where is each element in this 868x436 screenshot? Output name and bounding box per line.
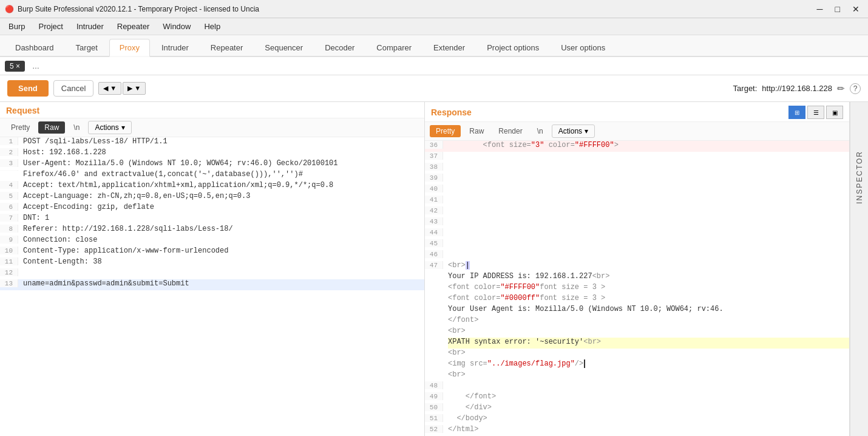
- app-icon: 🔴: [5, 5, 14, 13]
- table-row: 2 Host: 192.168.1.228: [0, 148, 424, 159]
- window-title: Burp Suite Professional v2020.12.1 - Tem…: [18, 5, 259, 13]
- table-row: XPATH syntax error: '~security'<br>: [448, 338, 849, 349]
- response-tab-raw[interactable]: Raw: [463, 125, 490, 137]
- view-btn-vertical[interactable]: ▣: [826, 106, 843, 119]
- nav-arrows: ◀ ▼ ▶ ▼: [98, 82, 146, 95]
- menubar: Burp Project Intruder Repeater Window He…: [0, 18, 868, 35]
- request-tab-n[interactable]: \n: [67, 121, 86, 134]
- cancel-button[interactable]: Cancel: [53, 80, 93, 97]
- table-row: <br>: [448, 349, 849, 359]
- table-row: 13 uname=admin&passwd=admin&submit=Submi…: [0, 279, 424, 290]
- actions-chevron-icon: ▾: [121, 123, 125, 132]
- request-panel-title: Request: [0, 102, 424, 118]
- tab-project-options[interactable]: Project options: [476, 39, 549, 56]
- tab-repeater[interactable]: Repeater: [200, 39, 253, 56]
- table-row: 3 User-Agent: Mozilla/5.0 (Windows NT 10…: [0, 159, 424, 170]
- table-row: 38: [425, 163, 849, 174]
- table-row: <br>|: [448, 261, 849, 272]
- view-buttons: ⊞ ☰ ▣: [788, 106, 843, 119]
- response-tab-n[interactable]: \n: [531, 125, 549, 137]
- table-row: 39: [425, 174, 849, 185]
- response-code-area[interactable]: 36 <font size="3" color="#FFFF00"> 37 38…: [425, 141, 849, 436]
- table-row: 52 </html>: [425, 425, 849, 436]
- tab-proxy[interactable]: Proxy: [109, 39, 150, 57]
- table-row: 8 Referer: http://192.168.1.228/sqli-lab…: [0, 225, 424, 236]
- maximize-button[interactable]: □: [832, 3, 844, 15]
- menu-burp[interactable]: Burp: [2, 20, 31, 33]
- titlebar: 🔴 Burp Suite Professional v2020.12.1 - T…: [0, 0, 868, 18]
- table-row: 48: [425, 381, 849, 392]
- subtab-more[interactable]: …: [27, 61, 44, 72]
- menu-help[interactable]: Help: [198, 20, 226, 33]
- tab-comparer[interactable]: Comparer: [366, 39, 422, 56]
- tab-dashboard[interactable]: Dashboard: [5, 39, 64, 56]
- table-row: <font color="#FFFF00" font size = 3 >: [448, 283, 849, 294]
- request-panel: Request Pretty Raw \n Actions ▾ 1 POST /…: [0, 102, 425, 436]
- table-row: Firefox/46.0' and extractvalue(1,concat(…: [0, 170, 424, 181]
- table-row: Your User Agent is: Mozilla/5.0 (Windows…: [448, 305, 849, 316]
- table-row: 36 <font size="3" color="#FFFF00">: [425, 141, 849, 152]
- inspector-panel[interactable]: INSPECTOR: [850, 102, 868, 436]
- tab-sequencer[interactable]: Sequencer: [254, 39, 313, 56]
- sub-tabs: 5 × …: [0, 57, 868, 75]
- toolbar: Send Cancel ◀ ▼ ▶ ▼ Target: http://192.1…: [0, 75, 868, 102]
- tab-user-options[interactable]: User options: [551, 39, 615, 56]
- main-content: Request Pretty Raw \n Actions ▾ 1 POST /…: [0, 102, 868, 436]
- response-tab-render[interactable]: Render: [492, 125, 528, 137]
- table-row: 6 Accept-Encoding: gzip, deflate: [0, 203, 424, 214]
- table-row: 7 DNT: 1: [0, 214, 424, 225]
- title-left: 🔴 Burp Suite Professional v2020.12.1 - T…: [5, 5, 259, 13]
- nav-tabs: Dashboard Target Proxy Intruder Repeater…: [0, 35, 868, 57]
- next-button[interactable]: ▶ ▼: [123, 82, 146, 95]
- view-btn-horizontal[interactable]: ☰: [807, 106, 824, 119]
- table-row: Your IP ADDRESS is: 192.168.1.227<br>: [448, 272, 849, 283]
- table-row: 41: [425, 196, 849, 206]
- request-actions-button[interactable]: Actions ▾: [88, 121, 131, 134]
- table-row: 11 Content-Length: 38: [0, 257, 424, 268]
- table-row: 42: [425, 206, 849, 217]
- table-row: <br>: [448, 327, 849, 338]
- window-controls[interactable]: ─ □ ✕: [813, 3, 863, 15]
- table-row: 51 </body>: [425, 414, 849, 425]
- response-block-47: 47 <br>| Your IP ADDRESS is: 192.168.1.2…: [425, 261, 849, 381]
- response-actions-button[interactable]: Actions ▾: [552, 124, 595, 138]
- table-row: 40: [425, 185, 849, 196]
- table-row: 49 </font>: [425, 392, 849, 403]
- target-info: Target: http://192.168.1.228 ✏ ?: [733, 83, 861, 94]
- edit-target-icon[interactable]: ✏: [837, 83, 845, 94]
- menu-repeater[interactable]: Repeater: [111, 20, 155, 33]
- table-row: 43: [425, 217, 849, 228]
- response-actions-chevron-icon: ▾: [585, 127, 588, 135]
- tab-extender[interactable]: Extender: [423, 39, 475, 56]
- send-button[interactable]: Send: [7, 80, 49, 97]
- minimize-button[interactable]: ─: [813, 3, 827, 15]
- request-code-area[interactable]: 1 POST /sqli-labs/Less-18/ HTTP/1.1 2 Ho…: [0, 137, 424, 436]
- menu-project[interactable]: Project: [32, 20, 69, 33]
- table-row: <font color="#0000ff" font size = 3 >: [448, 294, 849, 305]
- table-row: 37: [425, 152, 849, 163]
- subtab-5[interactable]: 5 ×: [5, 61, 25, 72]
- request-toolbar: Pretty Raw \n Actions ▾: [0, 118, 424, 137]
- table-row: 10 Content-Type: application/x-www-form-…: [0, 247, 424, 257]
- menu-intruder[interactable]: Intruder: [70, 20, 110, 33]
- request-tab-raw[interactable]: Raw: [38, 121, 65, 134]
- tab-decoder[interactable]: Decoder: [314, 39, 365, 56]
- table-row: <br>: [448, 370, 849, 381]
- response-panel: Response ⊞ ☰ ▣ Pretty Raw Render \n Acti…: [425, 102, 850, 436]
- prev-button[interactable]: ◀ ▼: [98, 82, 121, 95]
- response-toolbar: Pretty Raw Render \n Actions ▾: [425, 122, 849, 141]
- view-btn-split-v[interactable]: ⊞: [788, 106, 805, 119]
- close-button[interactable]: ✕: [849, 3, 863, 15]
- table-row: 4 Accept: text/html,application/xhtml+xm…: [0, 181, 424, 192]
- tab-intruder[interactable]: Intruder: [151, 39, 199, 56]
- table-row: 45: [425, 239, 849, 250]
- request-tab-pretty[interactable]: Pretty: [5, 121, 36, 134]
- table-row: 44: [425, 228, 849, 239]
- table-row: <img src="../images/flag.jpg" />: [448, 359, 849, 370]
- table-row: 1 POST /sqli-labs/Less-18/ HTTP/1.1: [0, 137, 424, 148]
- help-icon[interactable]: ?: [850, 83, 861, 94]
- menu-window[interactable]: Window: [157, 20, 197, 33]
- inspector-label[interactable]: INSPECTOR: [855, 151, 864, 204]
- tab-target[interactable]: Target: [66, 39, 108, 56]
- response-tab-pretty[interactable]: Pretty: [430, 125, 461, 137]
